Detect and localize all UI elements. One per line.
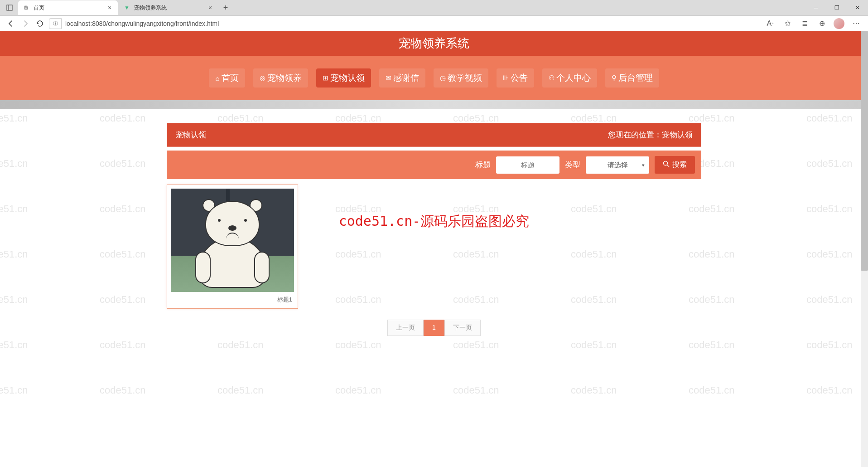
svg-point-2	[664, 161, 668, 165]
address-input[interactable]	[62, 18, 762, 29]
section-title: 宠物认领	[175, 130, 206, 140]
search-button[interactable]: 搜索	[655, 156, 695, 174]
nav-label: 后台管理	[618, 72, 653, 84]
page-content: 宠物领养系统 ⌂首页◎宠物领养⊞宠物认领✉感谢信◷教学视频⊪公告⚇个人中心⚲后台…	[0, 31, 868, 467]
nav-label: 首页	[222, 72, 239, 84]
maximize-button[interactable]: ❐	[826, 0, 847, 15]
nav-icon: ⊞	[323, 74, 328, 82]
pagination: 上一页 1 下一页	[167, 320, 701, 336]
tab-panel-button[interactable]	[3, 1, 16, 14]
page-number-current[interactable]: 1	[424, 320, 444, 336]
scrollbar[interactable]	[861, 31, 868, 467]
nav-label: 感谢信	[393, 72, 419, 84]
type-label: 类型	[565, 160, 580, 170]
type-select[interactable]: 请选择	[586, 156, 649, 174]
hero-image-strip	[0, 100, 868, 109]
next-page-button[interactable]: 下一页	[444, 320, 481, 336]
nav-item-4[interactable]: ◷教学视频	[434, 68, 488, 88]
window-controls: ─ ❐ ✕	[805, 0, 868, 15]
svg-line-3	[667, 165, 669, 167]
nav-label: 公告	[511, 72, 528, 84]
main-nav: ⌂首页◎宠物领养⊞宠物认领✉感谢信◷教学视频⊪公告⚇个人中心⚲后台管理	[0, 56, 868, 100]
nav-item-6[interactable]: ⚇个人中心	[542, 68, 597, 88]
profile-button[interactable]	[831, 17, 847, 30]
nav-item-3[interactable]: ✉感谢信	[379, 68, 425, 88]
collections-icon[interactable]: ⊕	[814, 17, 830, 30]
browser-tab-active[interactable]: 🗎 首页 ×	[18, 0, 118, 15]
minimize-button[interactable]: ─	[805, 0, 826, 15]
url-bar: ⓘ A» ✩ ≣ ⊕ ⋯	[0, 15, 868, 31]
nav-item-2[interactable]: ⊞宠物认领	[316, 68, 371, 88]
close-icon[interactable]: ×	[106, 4, 113, 11]
search-icon	[663, 161, 670, 169]
tab-title: 宠物领养系统	[134, 4, 207, 12]
browser-chrome: 🗎 首页 × ▼ 宠物领养系统 × + ─ ❐ ✕ ⓘ A» ✩	[0, 0, 868, 31]
prev-page-button[interactable]: 上一页	[387, 320, 424, 336]
menu-button[interactable]: ⋯	[848, 17, 864, 30]
nav-label: 个人中心	[556, 72, 591, 84]
scrollbar-thumb[interactable]	[861, 31, 868, 271]
nav-item-7[interactable]: ⚲后台管理	[605, 68, 659, 88]
back-button[interactable]	[4, 17, 18, 30]
vue-icon: ▼	[123, 4, 130, 11]
pet-card[interactable]: 标题1	[167, 185, 298, 309]
nav-label: 宠物领养	[267, 72, 302, 84]
page-title: 宠物领养系统	[0, 31, 868, 56]
search-bar: 标题 类型 请选择 ▾ 搜索	[167, 151, 701, 179]
nav-icon: ◷	[440, 74, 446, 82]
card-caption: 标题1	[171, 292, 294, 305]
read-aloud-icon[interactable]: A»	[762, 17, 778, 30]
nav-icon: ⚲	[612, 74, 617, 82]
nav-icon: ⚇	[549, 74, 555, 82]
pet-image	[171, 189, 294, 292]
tab-title: 首页	[34, 4, 106, 12]
watermark-notice: code51.cn-源码乐园盗图必究	[339, 212, 530, 231]
nav-icon: ⊪	[503, 74, 509, 82]
title-input[interactable]	[496, 156, 559, 174]
nav-icon: ⌂	[215, 74, 219, 82]
browser-tab-inactive[interactable]: ▼ 宠物领养系统 ×	[119, 0, 218, 15]
breadcrumb-location: 您现在的位置：宠物认领	[608, 130, 693, 140]
nav-label: 宠物认领	[330, 72, 365, 84]
tab-bar: 🗎 首页 × ▼ 宠物领养系统 × + ─ ❐ ✕	[0, 0, 868, 15]
favorite-icon[interactable]: ✩	[779, 17, 796, 30]
nav-item-0[interactable]: ⌂首页	[209, 68, 245, 88]
title-label: 标题	[475, 160, 491, 170]
breadcrumb: 宠物认领 您现在的位置：宠物认领	[167, 123, 701, 147]
nav-item-1[interactable]: ◎宠物领养	[253, 68, 308, 88]
svg-rect-0	[7, 5, 12, 10]
new-tab-button[interactable]: +	[219, 1, 232, 14]
nav-icon: ✉	[386, 74, 391, 82]
forward-button[interactable]	[18, 17, 33, 30]
nav-item-5[interactable]: ⊪公告	[497, 68, 534, 88]
close-window-button[interactable]: ✕	[847, 0, 868, 15]
close-icon[interactable]: ×	[207, 4, 214, 11]
favorites-bar-icon[interactable]: ≣	[796, 17, 813, 30]
nav-icon: ◎	[260, 74, 265, 82]
page-icon: 🗎	[23, 4, 30, 11]
card-grid: 标题1	[167, 185, 701, 309]
nav-label: 教学视频	[448, 72, 482, 84]
site-info-icon[interactable]: ⓘ	[49, 18, 62, 29]
refresh-button[interactable]	[33, 17, 47, 30]
